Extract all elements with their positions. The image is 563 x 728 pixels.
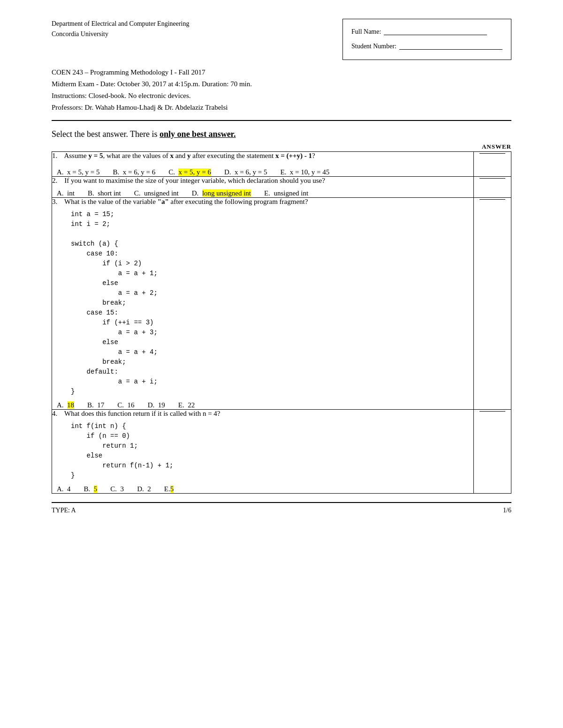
header-box: Full Name: Student Number: xyxy=(342,19,511,60)
full-name-field: Full Name: xyxy=(351,25,502,39)
q2-text: 2. If you want to maximise the size of y… xyxy=(52,177,473,185)
q1-answer-line xyxy=(479,153,505,154)
dept-text: Department of Electrical and Computer En… xyxy=(52,19,190,29)
q3-answer-line xyxy=(479,199,505,200)
q3-choice-c: C. 16 xyxy=(117,401,134,409)
q1-answer-cell xyxy=(474,151,511,176)
q1-choice-c: C. x = 5, y = 6 xyxy=(168,168,211,176)
q2-choices: A. int B. short int C. unsigned int D. l… xyxy=(57,189,473,197)
q3-choice-a: A. 18 xyxy=(57,401,74,409)
section-instruction-bold: only one best answer. xyxy=(160,129,236,139)
answer-header: ANSWER xyxy=(52,143,511,150)
table-row: 3. What is the value of the variable "a"… xyxy=(52,197,511,409)
q3-number: 3. xyxy=(52,198,63,205)
section-title: Select the best answer. There is only on… xyxy=(52,129,511,139)
header-section: Department of Electrical and Computer En… xyxy=(52,19,511,60)
q2-choice-d: D. long unsigned int xyxy=(192,189,251,197)
university-text: Concordia University xyxy=(52,29,190,39)
q4-choice-e: E.5 xyxy=(164,485,174,493)
divider xyxy=(52,120,511,121)
q2-choice-b: B. short int xyxy=(88,189,121,197)
q1-text: 1. Assume y = 5, what are the values of … xyxy=(52,152,473,160)
q2-choice-e: E. unsigned int xyxy=(264,189,308,197)
q4-number: 4. xyxy=(52,410,63,417)
section-instruction: Select the best answer. There is xyxy=(52,129,160,139)
footer-type: TYPE: A xyxy=(52,507,76,514)
page: Department of Electrical and Computer En… xyxy=(23,0,540,728)
q3-code: int a = 15; int i = 2; switch (a) { case… xyxy=(71,210,473,397)
q4-cell: 4. What does this function return if it … xyxy=(52,409,474,493)
q2-answer-cell xyxy=(474,176,511,197)
full-name-underline xyxy=(384,29,487,35)
student-number-label: Student Number: xyxy=(351,39,396,54)
q2-cell: 2. If you want to maximise the size of y… xyxy=(52,176,474,197)
q3-choices: A. 18 B. 17 C. 16 D. 19 E. 22 xyxy=(57,401,473,409)
footer-page: 1/6 xyxy=(503,507,511,514)
q2-number: 2. xyxy=(52,177,63,184)
header-left: Department of Electrical and Computer En… xyxy=(52,19,190,40)
q4-answer-line xyxy=(479,411,505,412)
q3-choice-d: D. 19 xyxy=(148,401,165,409)
q3-text: 3. What is the value of the variable "a"… xyxy=(52,198,473,206)
q1-choices: A. x = 5, y = 5 B. x = 6, y = 6 C. x = 5… xyxy=(57,168,473,176)
q2-answer-line xyxy=(479,178,505,179)
q3-choice-b: B. 17 xyxy=(87,401,104,409)
q1-choice-a: A. x = 5, y = 5 xyxy=(57,168,100,176)
q4-answer-cell xyxy=(474,409,511,493)
q4-text: 4. What does this function return if it … xyxy=(52,410,473,418)
q1-choice-b: B. x = 6, y = 6 xyxy=(113,168,156,176)
q4-choice-a: A. 4 xyxy=(57,485,71,493)
q4-choice-d: D. 2 xyxy=(137,485,151,493)
q1-choice-d: D. x = 6, y = 5 xyxy=(224,168,267,176)
table-row: 2. If you want to maximise the size of y… xyxy=(52,176,511,197)
q4-choice-c: C. 3 xyxy=(110,485,124,493)
q4-choice-b: B. 5 xyxy=(84,485,98,493)
q3-cell: 3. What is the value of the variable "a"… xyxy=(52,197,474,409)
instructions-line: Instructions: Closed-book. No electronic… xyxy=(52,92,511,100)
table-row: 1. Assume y = 5, what are the values of … xyxy=(52,151,511,176)
q2-choice-a: A. int xyxy=(57,189,75,197)
table-row: 4. What does this function return if it … xyxy=(52,409,511,493)
q4-code: int f(int n) { if (n == 0) return 1; els… xyxy=(71,421,473,480)
q1-cell: 1. Assume y = 5, what are the values of … xyxy=(52,151,474,176)
exam-line: Midterm Exam - Date: October 30, 2017 at… xyxy=(52,80,511,88)
questions-table: 1. Assume y = 5, what are the values of … xyxy=(52,151,511,494)
student-number-field: Student Number: xyxy=(351,39,502,54)
q1-number: 1. xyxy=(52,152,63,159)
course-line: COEN 243 – Programming Methodology I - F… xyxy=(52,68,511,76)
q3-choice-e: E. 22 xyxy=(178,401,195,409)
full-name-label: Full Name: xyxy=(351,25,381,39)
professors-line: Professors: Dr. Wahab Hamou-Lhadj & Dr. … xyxy=(52,104,511,112)
q3-answer-cell xyxy=(474,197,511,409)
student-number-underline xyxy=(399,43,502,50)
answer-col-label: ANSWER xyxy=(482,143,511,150)
q1-choice-e: E. x = 10, y = 45 xyxy=(280,168,329,176)
q2-choice-c: C. unsigned int xyxy=(134,189,179,197)
footer: TYPE: A 1/6 xyxy=(52,502,511,514)
q4-choices: A. 4 B. 5 C. 3 D. 2 E.5 xyxy=(57,485,473,493)
